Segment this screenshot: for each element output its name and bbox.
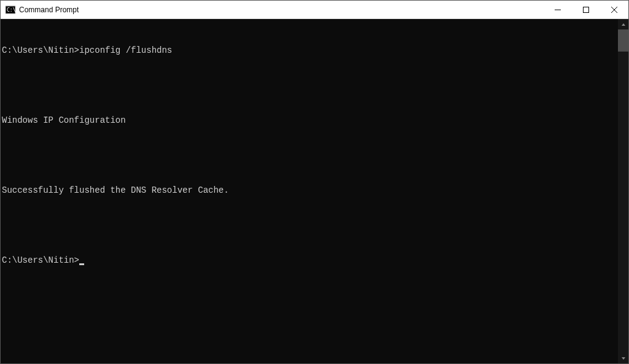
scroll-thumb[interactable] [618, 29, 628, 52]
close-button[interactable] [600, 1, 628, 18]
svg-text:C:\: C:\ [7, 7, 15, 13]
output-message: Successfully flushed the DNS Resolver Ca… [2, 185, 618, 196]
output-header: Windows IP Configuration [2, 115, 618, 126]
scroll-down-arrow-icon[interactable] [618, 353, 628, 363]
blank-line [2, 150, 618, 161]
blank-line [2, 220, 618, 231]
active-prompt-line: C:\Users\Nitin> [2, 255, 618, 266]
prompt-text: C:\Users\Nitin> [2, 45, 79, 56]
svg-marker-7 [622, 357, 625, 360]
content-area: C:\Users\Nitin>ipconfig /flushdns Window… [1, 19, 628, 363]
minimize-button[interactable] [544, 1, 572, 18]
terminal-output[interactable]: C:\Users\Nitin>ipconfig /flushdns Window… [1, 19, 618, 363]
vertical-scrollbar[interactable] [618, 19, 628, 363]
svg-marker-6 [622, 23, 625, 26]
command-line: C:\Users\Nitin>ipconfig /flushdns [2, 45, 618, 56]
scroll-track[interactable] [618, 29, 628, 353]
svg-rect-3 [584, 7, 589, 12]
window-title: Command Prompt [19, 6, 79, 14]
command-prompt-window: C:\ Command Prompt C:\Users\Nitin>ipconf… [0, 0, 629, 364]
scroll-up-arrow-icon[interactable] [618, 19, 628, 29]
cursor [79, 263, 84, 265]
titlebar[interactable]: C:\ Command Prompt [1, 1, 628, 19]
prompt-text: C:\Users\Nitin> [2, 255, 79, 266]
window-controls [544, 1, 628, 18]
blank-line [2, 80, 618, 91]
command-text: ipconfig /flushdns [79, 45, 172, 56]
cmd-icon: C:\ [6, 5, 15, 15]
maximize-button[interactable] [572, 1, 600, 18]
